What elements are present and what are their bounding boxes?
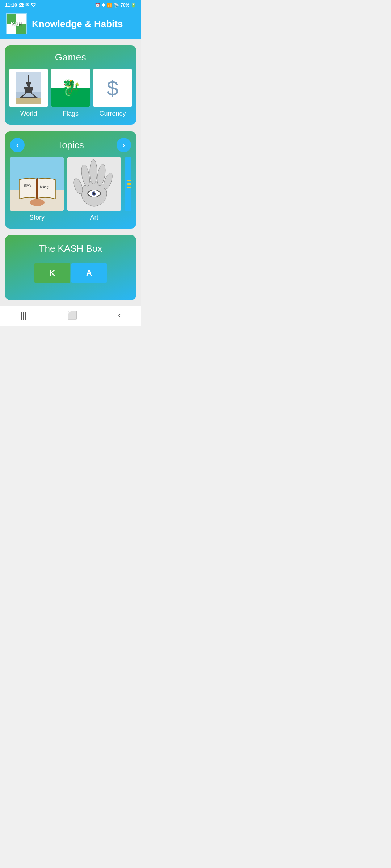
games-grid: World 🐉 Flags $ [10,69,131,118]
signal-icon: 📡 [114,3,119,8]
topics-header: ‹ Topics › [10,138,131,152]
game-currency[interactable]: $ Currency [93,69,132,118]
kash-grid: K A [34,263,107,283]
games-title: Games [10,52,131,63]
svg-rect-3 [28,75,29,82]
app-title: Knowledge & Habits [32,18,123,30]
svg-text:Story: Story [24,183,31,187]
status-time: 11:10 [5,2,17,8]
dollar-sign-icon: $ [107,76,118,100]
art-label: Art [90,214,98,221]
shield-icon: 🛡 [31,2,36,8]
logo-text: K&H [11,21,22,27]
topic-story[interactable]: Story telling Story [10,157,64,221]
status-bar: 11:10 🖼 ✉ 🛡 ⏰ ✱ 📶 📡 70% 🔋 [0,0,141,10]
wales-flag: 🐉 [51,69,90,107]
svg-point-15 [30,199,45,206]
wifi-icon: 📶 [107,3,112,8]
world-label: World [20,110,37,118]
back-icon[interactable]: ‹ [118,311,121,320]
app-logo: K&H [6,13,27,34]
art-image [67,157,121,211]
main-content: Games [0,39,141,306]
topics-title: Topics [25,140,117,151]
kash-section: The KASH Box K A [5,235,136,300]
world-image [9,69,48,107]
svg-rect-9 [21,97,36,98]
art-hand-svg [67,157,121,211]
currency-label: Currency [99,110,126,118]
kash-k-cell[interactable]: K [34,263,70,283]
bluetooth-icon: ✱ [102,3,105,8]
svg-point-20 [90,159,97,184]
navigation-bar: ||| ⬜ ‹ [0,306,141,326]
kash-title: The KASH Box [39,243,102,254]
status-right: ⏰ ✱ 📶 📡 70% 🔋 [95,3,136,8]
svg-point-26 [95,192,96,193]
svg-marker-5 [24,87,33,93]
dollar-display: $ [93,69,132,107]
topics-prev-button[interactable]: ‹ [10,138,25,152]
game-world[interactable]: World [9,69,48,118]
battery-icon: 🔋 [131,3,136,8]
kash-a-cell[interactable]: A [71,263,107,283]
story-book-svg: Story telling [10,157,64,211]
topics-next-button[interactable]: › [117,138,131,152]
svg-text:telling: telling [40,184,49,189]
email-icon: ✉ [25,2,29,8]
topics-section: ‹ Topics › [5,131,136,229]
menu-icon[interactable]: ||| [20,311,26,320]
flags-label: Flags [63,110,79,118]
alarm-icon: ⏰ [95,3,100,8]
game-flags[interactable]: 🐉 Flags [51,69,90,118]
home-icon[interactable]: ⬜ [67,311,77,320]
story-label: Story [29,214,45,221]
currency-image: $ [93,69,132,107]
app-header: K&H Knowledge & Habits [0,10,141,39]
topic-art[interactable]: Art [67,157,121,221]
topics-grid: Story telling Story [10,157,131,221]
svg-rect-2 [16,98,41,104]
flags-image: 🐉 [51,69,90,107]
story-image: Story telling [10,157,64,211]
svg-rect-12 [36,178,38,199]
svg-rect-8 [25,92,32,93]
games-section: Games [5,45,136,125]
status-left: 11:10 🖼 ✉ 🛡 [5,2,36,8]
photo-icon: 🖼 [19,2,24,8]
battery-level: 70% [121,3,129,8]
eiffel-tower-svg [16,72,41,104]
partial-image [125,157,131,211]
topic-partial [125,157,131,221]
